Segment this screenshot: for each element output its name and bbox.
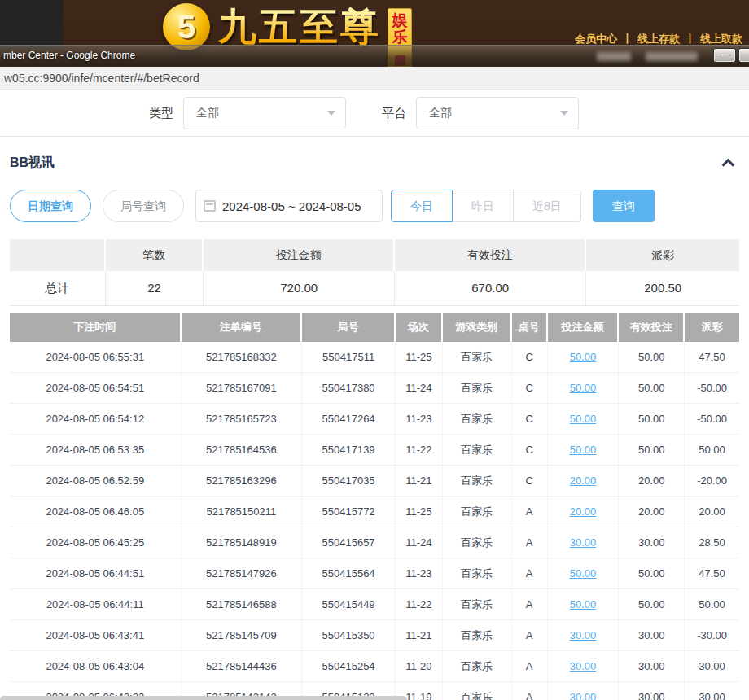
search-button[interactable]: 查询	[593, 190, 655, 222]
type-select[interactable]: 全部	[183, 97, 346, 129]
cell-bet-time: 2024-08-05 06:46:05	[10, 497, 182, 527]
table-row: 2024-08-05 06:46:05 521785150211 5504157…	[10, 497, 739, 527]
window-titlebar[interactable]: mber Center - Google Chrome —	[0, 45, 749, 67]
cell-session: 11-24	[396, 527, 443, 558]
type-filter-label: 类型	[149, 106, 173, 121]
cell-order-no: 521785144436	[182, 651, 303, 681]
minimize-button[interactable]: —	[713, 48, 736, 63]
today-button[interactable]: 今日	[391, 190, 453, 222]
nav-member-center-link[interactable]: 会员中心	[575, 33, 617, 45]
bet-record-table: 下注时间 注单编号 局号 场次 游戏类别 桌号 投注金额 有效投注 派彩 202…	[10, 313, 739, 700]
cell-payout: 50.00	[685, 589, 739, 619]
cell-bet-time: 2024-08-05 06:44:11	[10, 589, 182, 619]
cell-session: 11-24	[396, 373, 443, 403]
bet-amount-link[interactable]: 20.00	[570, 475, 597, 487]
cell-game-type: 百家乐	[443, 620, 512, 650]
cell-session: 11-25	[396, 342, 443, 372]
yesterday-button[interactable]: 昨日	[452, 190, 514, 222]
cell-valid-bet: 20.00	[619, 497, 685, 527]
cell-order-no: 521785148919	[182, 527, 303, 558]
cell-bet-time: 2024-08-05 06:45:25	[10, 527, 182, 558]
bet-amount-link[interactable]: 30.00	[570, 536, 597, 549]
cell-session: 11-25	[396, 497, 443, 527]
cell-valid-bet: 50.00	[619, 342, 685, 372]
nav-separator: 丨	[622, 33, 633, 45]
summary-header-valid-bet: 有效投注	[395, 239, 586, 271]
cell-round-no: 550415350	[302, 620, 396, 650]
col-header-table-no: 桌号	[512, 313, 548, 342]
cell-game-type: 百家乐	[443, 497, 512, 527]
bet-amount-link[interactable]: 20.00	[570, 505, 597, 518]
cell-order-no: 521785145709	[182, 620, 303, 650]
horizontal-scrollbar-thumb[interactable]	[0, 696, 407, 700]
cell-valid-bet: 20.00	[619, 466, 685, 496]
col-header-valid-bet: 有效投注	[619, 313, 685, 342]
nav-deposit-link[interactable]: 线上存款	[637, 33, 680, 45]
table-row: 2024-08-05 06:43:41 521785145709 5504153…	[10, 620, 739, 651]
cell-table-no: C	[512, 404, 548, 434]
logo-brand-text: 九五至尊	[218, 3, 381, 50]
bet-amount-link[interactable]: 50.00	[570, 413, 597, 425]
cell-session: 11-23	[396, 558, 443, 588]
bet-amount-link[interactable]: 50.00	[570, 598, 597, 610]
cell-session: 11-22	[396, 435, 443, 465]
date-range-input[interactable]: 2024-08-05 ~ 2024-08-05	[195, 190, 383, 222]
cell-payout: 47.50	[685, 558, 739, 588]
url-bar[interactable]: w05.cc:9900/infe/mcenter/#/betRecord	[0, 67, 749, 90]
logo-number: 5	[177, 9, 195, 46]
bet-table-header-row: 下注时间 注单编号 局号 场次 游戏类别 桌号 投注金额 有效投注 派彩	[10, 313, 739, 342]
cell-payout: 30.00	[685, 651, 739, 681]
filter-bar: 类型 全部 平台 全部	[0, 90, 749, 137]
table-row: 2024-08-05 06:53:35 521785164536 5504171…	[10, 435, 739, 466]
summary-total-label: 总计	[10, 271, 106, 305]
cell-game-type: 百家乐	[443, 466, 512, 496]
cell-table-no: C	[512, 373, 548, 403]
cell-payout: -20.00	[685, 466, 739, 496]
cell-order-no: 521785164536	[182, 435, 303, 465]
cell-game-type: 百家乐	[443, 651, 512, 681]
bet-amount-link[interactable]: 50.00	[570, 382, 597, 394]
summary-header-row: 笔数 投注金额 有效投注 派彩	[10, 239, 739, 271]
table-row: 2024-08-05 06:44:11 521785146588 5504154…	[10, 589, 739, 620]
cell-order-no: 521785147926	[182, 558, 303, 588]
query-controls: 日期查询 局号查询 2024-08-05 ~ 2024-08-05 今日 昨日 …	[10, 190, 739, 222]
table-row: 2024-08-05 06:43:04 521785144436 5504152…	[10, 651, 739, 682]
summary-count-value: 22	[106, 271, 204, 305]
cell-bet-time: 2024-08-05 06:43:41	[10, 620, 182, 650]
summary-table: 笔数 投注金额 有效投注 派彩 总计 22 720.00 670.00 200.…	[10, 239, 739, 306]
maximize-button[interactable]	[738, 48, 749, 63]
bet-amount-link[interactable]: 30.00	[570, 691, 597, 700]
collapse-chevron-up-icon[interactable]	[722, 159, 735, 172]
chevron-down-icon	[327, 111, 335, 116]
cell-round-no: 550415449	[302, 589, 396, 619]
cell-session: 11-22	[396, 589, 443, 619]
table-row: 2024-08-05 06:54:51 521785167091 5504173…	[10, 373, 739, 404]
cell-game-type: 百家乐	[443, 435, 512, 465]
cell-table-no: A	[512, 651, 548, 681]
cell-valid-bet: 50.00	[619, 404, 685, 434]
round-query-tab[interactable]: 局号查询	[103, 190, 184, 222]
cell-table-no: A	[512, 589, 548, 619]
nav-withdraw-link[interactable]: 线上取款	[700, 33, 742, 45]
date-query-tab[interactable]: 日期查询	[10, 190, 91, 222]
bet-amount-link[interactable]: 50.00	[570, 567, 597, 580]
bet-amount-link[interactable]: 30.00	[570, 660, 597, 672]
cell-round-no: 550415254	[302, 651, 396, 681]
last-8-days-button[interactable]: 近8日	[513, 190, 581, 222]
redacted-balance-info	[646, 52, 698, 61]
table-row: 2024-08-05 06:44:51 521785147926 5504155…	[10, 558, 739, 589]
cell-valid-bet: 30.00	[619, 651, 685, 681]
cell-payout: -30.00	[685, 620, 739, 650]
platform-select-value: 全部	[429, 106, 452, 120]
cell-order-no: 521785165723	[182, 404, 303, 434]
table-row: 2024-08-05 06:45:25 521785148919 5504156…	[10, 527, 739, 558]
cell-payout: -50.00	[685, 404, 739, 434]
quick-range-group: 今日 昨日 近8日	[391, 190, 581, 222]
cell-game-type: 百家乐	[443, 558, 512, 588]
bet-amount-link[interactable]: 50.00	[570, 351, 597, 363]
platform-select[interactable]: 全部	[416, 97, 579, 129]
bet-amount-link[interactable]: 50.00	[570, 444, 597, 456]
cell-table-no: C	[512, 342, 548, 372]
bet-amount-link[interactable]: 30.00	[570, 629, 597, 641]
cell-valid-bet: 50.00	[619, 373, 685, 403]
